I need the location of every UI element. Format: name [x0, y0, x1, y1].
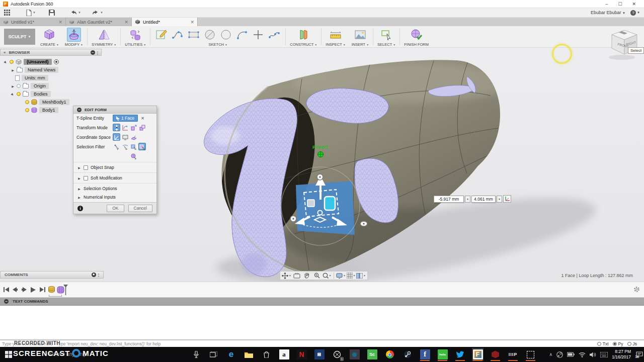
tree-item-units[interactable]: Units: mm: [4, 74, 102, 82]
edge-browser-icon[interactable]: e: [225, 348, 237, 361]
blue-tile-app-icon[interactable]: ▤: [313, 348, 325, 361]
speaker-icon[interactable]: [590, 352, 596, 357]
create-sketch-button[interactable]: [154, 28, 169, 42]
tree-item-meshbody1[interactable]: MeshBody1: [4, 98, 102, 106]
ok-button[interactable]: OK: [107, 205, 124, 212]
tray-app-icon[interactable]: [556, 351, 563, 358]
collapse-dialog-icon[interactable]: –: [77, 108, 82, 112]
filter-edge-button[interactable]: [121, 143, 129, 150]
text-commands-header[interactable]: – TEXT COMMANDS: [0, 298, 644, 306]
undo-button[interactable]: ▼: [70, 10, 81, 16]
dialog-header[interactable]: – EDIT FORM: [73, 106, 156, 114]
symmetry-button[interactable]: [97, 28, 111, 42]
tab-untitled-active[interactable]: Untitled*✕: [132, 18, 198, 26]
axis-toggle-button[interactable]: [503, 195, 511, 203]
panel-grip[interactable]: ¦: [97, 50, 98, 55]
activate-radio[interactable]: [54, 59, 59, 64]
tree-item-label[interactable]: (Unsaved): [24, 59, 52, 65]
keyboard-icon[interactable]: [600, 352, 608, 357]
tree-item-origin[interactable]: ▶ Origin: [4, 82, 102, 90]
dimension-x-dropdown[interactable]: ▼: [465, 196, 470, 203]
expand-icon[interactable]: ▶: [11, 84, 15, 88]
step-forward-button[interactable]: [21, 286, 28, 294]
panel-grip[interactable]: ¦: [98, 273, 99, 277]
circle-diameter-button[interactable]: [203, 28, 217, 42]
wifi-icon[interactable]: [579, 352, 586, 357]
redo-button[interactable]: ▼: [92, 10, 103, 16]
selection-chip[interactable]: 1 Face: [113, 115, 138, 122]
tree-item-named-views[interactable]: ▶ Named Views: [4, 66, 102, 74]
chrome-icon[interactable]: [384, 348, 395, 361]
red-polygon-app-icon[interactable]: [490, 348, 501, 361]
create-form-button[interactable]: [42, 28, 56, 42]
rectangle-button[interactable]: [187, 28, 201, 42]
comments-panel-header[interactable]: COMMENTS ●¦: [0, 271, 104, 279]
select-button[interactable]: [379, 28, 393, 42]
view-cube[interactable]: FRONT RIGHT: [607, 28, 642, 61]
expand-icon[interactable]: ▶: [77, 176, 81, 180]
object-snap-section[interactable]: ▶ Object Snap: [73, 162, 156, 172]
dimension-y-input[interactable]: 4.061 mm: [471, 196, 496, 203]
transform-scale-button[interactable]: [130, 124, 137, 131]
tree-item-document[interactable]: ▶ (Unsaved): [4, 58, 102, 66]
look-at-button[interactable]: [292, 272, 301, 280]
visibility-bulb-icon[interactable]: [10, 60, 14, 64]
close-tab-icon[interactable]: ✕: [190, 20, 194, 25]
twitter-icon[interactable]: [454, 348, 466, 361]
collapse-panel-icon[interactable]: «: [4, 50, 6, 55]
utilities-button[interactable]: [128, 28, 142, 42]
xbox-icon[interactable]: 1: [331, 348, 343, 361]
pan-hand-button[interactable]: [302, 272, 311, 280]
filter-vertex-button[interactable]: [113, 143, 120, 150]
group-label[interactable]: SKETCH: [209, 42, 224, 47]
coord-local-button[interactable]: [130, 133, 137, 141]
active-face-handle[interactable]: [325, 197, 335, 210]
tree-item-bodies[interactable]: ▶ Bodies: [4, 90, 102, 98]
filter-tspline-body-button[interactable]: [130, 152, 137, 160]
dark-app-icon[interactable]: [349, 348, 360, 361]
coord-world-button[interactable]: [113, 133, 120, 141]
point-button[interactable]: [251, 28, 265, 42]
expand-icon[interactable]: ▶: [11, 92, 16, 97]
circle-button[interactable]: [219, 28, 233, 42]
app-grid-button[interactable]: [4, 10, 10, 16]
cancel-button[interactable]: Cancel: [128, 205, 152, 212]
tree-item-label[interactable]: Body1: [39, 107, 58, 113]
transform-multi-button[interactable]: [138, 124, 146, 131]
dimension-x-input[interactable]: -5.917 mm: [434, 196, 464, 203]
user-account-menu[interactable]: Ebubar Ebubar ▼: [591, 10, 625, 15]
construct-button[interactable]: [296, 28, 310, 42]
timeline-playhead[interactable]: [63, 285, 67, 295]
collapse-icon[interactable]: –: [91, 50, 95, 55]
mode-txt-radio[interactable]: Txt: [597, 341, 609, 346]
tab-alan-gauntlet-v2[interactable]: Alan Gauntlet v2*✕: [66, 18, 132, 26]
mode-js-radio[interactable]: Js: [627, 341, 637, 346]
netflix-icon[interactable]: N: [296, 348, 307, 361]
microphone-icon[interactable]: [190, 348, 202, 361]
facebook-icon[interactable]: f: [419, 348, 431, 361]
object-snap-checkbox[interactable]: [84, 165, 88, 170]
soft-modification-checkbox[interactable]: [84, 176, 88, 180]
expand-icon[interactable]: ▶: [77, 166, 81, 169]
screen-region-app-icon[interactable]: [525, 348, 536, 361]
expand-icon[interactable]: ▶: [4, 59, 9, 64]
green-app-icon[interactable]: Sc: [366, 348, 378, 361]
transform-rotate-button[interactable]: [121, 124, 129, 131]
filter-face-button[interactable]: [130, 143, 137, 150]
tree-item-label[interactable]: Units: mm: [22, 75, 48, 81]
coord-view-button[interactable]: [121, 133, 129, 141]
visibility-bulb-icon[interactable]: [25, 100, 29, 104]
group-label[interactable]: CREATE: [40, 42, 55, 47]
spline-button[interactable]: [171, 28, 185, 42]
transform-translate-button[interactable]: [113, 124, 120, 131]
display-settings-button[interactable]: ▼: [336, 272, 346, 280]
collapse-icon[interactable]: –: [4, 299, 9, 304]
text-commands-output[interactable]: [0, 306, 644, 340]
inspect-button[interactable]: [329, 28, 343, 42]
close-tab-icon[interactable]: ✕: [124, 20, 128, 25]
expand-comments-icon[interactable]: ●: [92, 273, 96, 277]
visibility-bulb-icon[interactable]: [17, 92, 21, 96]
fit-curves-button[interactable]: [267, 28, 281, 42]
visibility-bulb-icon[interactable]: [25, 108, 29, 112]
action-center-button[interactable]: 15: [636, 351, 643, 358]
